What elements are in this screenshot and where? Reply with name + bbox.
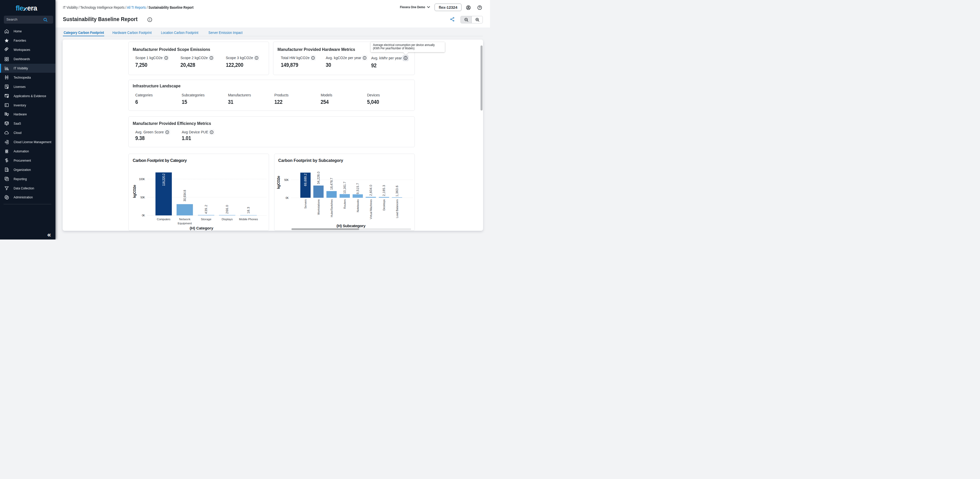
svg-text:(H) Category: (H) Category: [190, 226, 213, 230]
svg-text:34,226.0: 34,226.0: [317, 171, 320, 184]
svg-text:Workstations: Workstations: [317, 200, 320, 215]
svg-text:50K: 50K: [140, 196, 145, 199]
svg-text:118,220.2: 118,220.2: [162, 174, 165, 186]
svg-text:0K: 0K: [286, 196, 289, 200]
svg-text:Storage: Storage: [201, 218, 212, 221]
svg-text:Desktops: Desktops: [382, 200, 385, 211]
svg-text:Notebooks: Notebooks: [356, 200, 360, 212]
svg-text:Servers: Servers: [304, 200, 307, 209]
svg-text:439.2: 439.2: [204, 205, 208, 214]
svg-text:9,515.7: 9,515.7: [356, 183, 360, 194]
svg-text:kgCO2e: kgCO2e: [132, 185, 137, 198]
svg-text:18.3: 18.3: [247, 207, 250, 214]
svg-text:Computers: Computers: [157, 218, 170, 221]
svg-text:kgCO2e: kgCO2e: [277, 176, 280, 189]
svg-text:Virtual Machines: Virtual Machines: [369, 200, 372, 219]
svg-text:Load Balancers: Load Balancers: [396, 200, 399, 218]
svg-text:2,185.3: 2,185.3: [382, 185, 386, 196]
svg-text:0K: 0K: [142, 214, 145, 217]
svg-text:Carbon Footprint by Subcategor: Carbon Footprint by Subcategory: [278, 158, 343, 163]
svg-text:50K: 50K: [284, 178, 289, 181]
svg-text:Hubs/Switches: Hubs/Switches: [330, 200, 333, 217]
svg-text:1,363.6: 1,363.6: [395, 185, 399, 196]
svg-text:Displays: Displays: [222, 218, 233, 221]
svg-text:(H) Subcategory: (H) Subcategory: [337, 224, 366, 228]
svg-text:100K: 100K: [139, 177, 145, 180]
svg-text:2,604.0: 2,604.0: [369, 185, 373, 196]
svg-text:266.0: 266.0: [225, 205, 229, 214]
svg-text:Equipment: Equipment: [178, 222, 192, 225]
svg-text:69,689.2: 69,689.2: [304, 174, 307, 186]
svg-text:30,934.8: 30,934.8: [183, 190, 187, 201]
svg-text:Mobile Phones: Mobile Phones: [239, 218, 258, 221]
svg-text:Network: Network: [179, 218, 191, 221]
svg-text:10,161.7: 10,161.7: [343, 182, 347, 194]
svg-text:Routers: Routers: [343, 200, 346, 209]
svg-text:Carbon Footprint by Category: Carbon Footprint by Category: [133, 158, 187, 163]
svg-text:18,478.7: 18,478.7: [330, 177, 333, 190]
